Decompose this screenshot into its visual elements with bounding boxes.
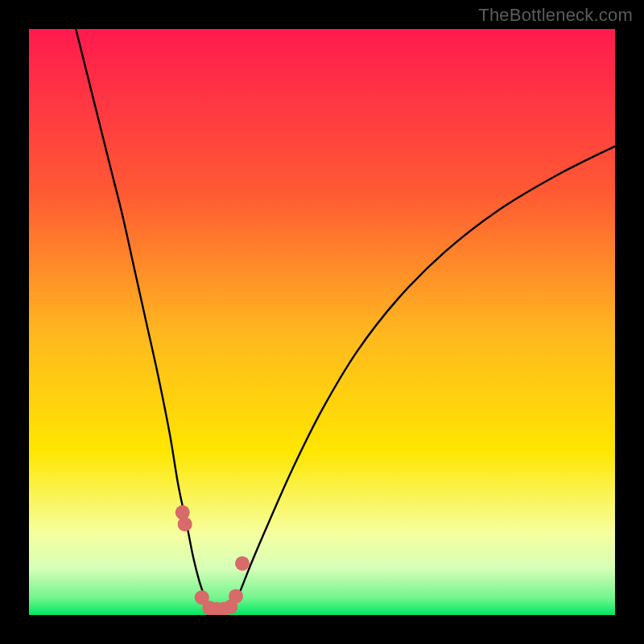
plot-area bbox=[29, 29, 615, 615]
plot-curves bbox=[29, 29, 615, 615]
valley-marker bbox=[178, 517, 192, 531]
valley-marker bbox=[229, 589, 243, 604]
watermark-text: TheBottleneck.com bbox=[478, 5, 633, 26]
chart-frame: TheBottleneck.com bbox=[0, 0, 644, 644]
valley-marker bbox=[235, 556, 250, 571]
valley-markers bbox=[175, 506, 250, 615]
curve-right-branch bbox=[231, 147, 615, 609]
